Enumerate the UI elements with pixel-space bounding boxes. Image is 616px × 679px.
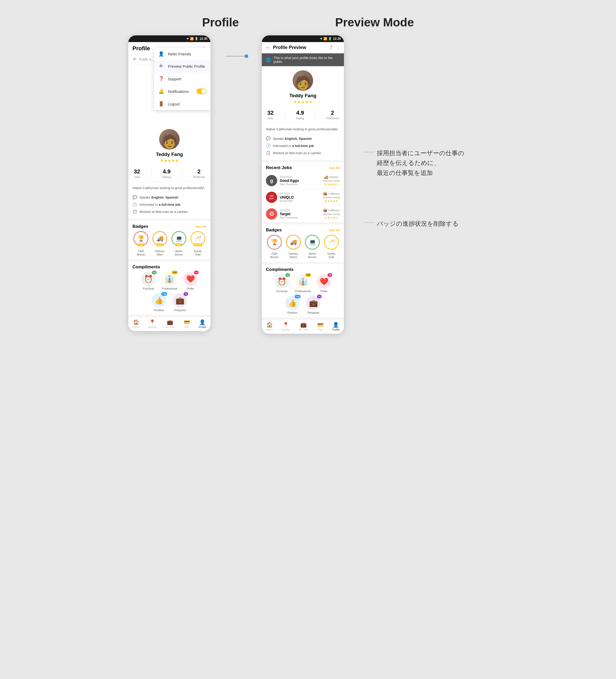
preview-nav-pay[interactable]: 💳 Pay [317, 322, 324, 331]
speaks-item: 💬 Speaks English, Spanish [132, 194, 206, 201]
compliment-positive: 👍 +16 Positive [150, 293, 168, 312]
badge-delivery: 🚚 16/25 DeliverySilver [151, 231, 168, 256]
menu-dropdown: 👤 Refer Friends 👁 Preview Public Profile… [154, 48, 211, 110]
annotation-badges: バッジの進捗状況を削除する [365, 219, 488, 229]
badge-admin: 💻 9/10 AdminBronze [171, 231, 187, 256]
preview-positive: 👍 +16 Positive [283, 296, 301, 314]
banner-text: This is what your profile looks like to … [274, 56, 340, 64]
preview-badge-fw: 🏆 F&WBronze [266, 235, 283, 259]
preview-badges-header: Badges See All [262, 224, 344, 235]
preview-user-name: Teddy Fang [289, 93, 316, 98]
recent-jobs-header: Recent Jobs See All [262, 162, 344, 172]
menu-refer-label: Refer Friends [168, 52, 191, 56]
preview-header: ← Profile Preview ⤴ ⋮ [262, 42, 344, 53]
public-banner: 🌐 This is what your profile looks like t… [262, 53, 344, 66]
right-title: Preview Mode [335, 15, 414, 29]
preview-bio-section: Native Californian looking to grow profe… [262, 123, 344, 160]
compliment-professional: 👔 +10 Professional [160, 272, 178, 290]
bottom-nav-left: 🏠 Home 📍 Nearby 💼 My Jobs 💳 Pay 👤 [128, 317, 211, 331]
bio-section: Native Californian looking to grow profe… [128, 182, 211, 219]
annotation-recentjobs: 採用担当者にユーザーの仕事の経歴を伝えるために、最近の仕事覧を追加 [365, 148, 488, 178]
job-target: ⊙ 2/3/2018 Target San Francisco 📦 Fulfil… [262, 206, 344, 222]
menu-support-label: Support [168, 77, 181, 81]
nav-myjobs[interactable]: 💼 My Jobs [165, 319, 175, 329]
preview-nav-profile[interactable]: 👤 Profile [332, 322, 340, 331]
nav-pay[interactable]: 💳 Pay [184, 319, 190, 329]
menu-preview-label: Preview Public Profile [168, 64, 205, 68]
menu-refer[interactable]: 👤 Refer Friends [154, 48, 211, 60]
preview-compliments-header: Compliments [262, 264, 344, 274]
share-icon[interactable]: ⤴ [330, 45, 332, 51]
annotation-badges-text: バッジの進捗状況を削除する [377, 219, 459, 229]
menu-logout[interactable]: 🚪 Logout [154, 98, 211, 110]
preview-punctual: ⏰ +2 Punctual [273, 274, 291, 293]
refer-icon: 👤 [158, 51, 164, 57]
nav-profile[interactable]: 👤 Profile [199, 319, 206, 329]
menu-support[interactable]: ❓ Support [154, 73, 211, 85]
job-goodeggs: g 2/15/2018 Good Eggs San Francisco 🚚 De… [262, 172, 344, 189]
stats-row: 32 Jobs 4.9 Rating 2 Preferred [128, 165, 211, 182]
back-button[interactable]: ← [266, 45, 271, 51]
jobs-see-all[interactable]: See All [329, 166, 340, 170]
public-view-label: Public V... [139, 58, 154, 61]
left-title: Profile [202, 15, 239, 29]
annotations-panel: 採用担当者にユーザーの仕事の経歴を伝えるために、最近の仕事覧を追加 バッジの進捗… [365, 35, 488, 229]
preview-nav-nearby[interactable]: 📍 Nearby [282, 322, 290, 331]
nav-home[interactable]: 🏠 Home [133, 319, 140, 329]
bell-icon: 🔔 [158, 89, 164, 94]
nav-nearby[interactable]: 📍 Nearby [148, 319, 157, 329]
preview-badge-events: 🥂 EventsGold [323, 235, 340, 259]
preview-avatar-section: 🧑 Teddy Fang ★★★★★ [262, 66, 344, 106]
job-type: a full-time job [159, 203, 180, 206]
menu-logout-label: Logout [168, 102, 180, 106]
preview-workedat: 📋 Worked at Wal-mart as a cashier [266, 149, 340, 157]
badges-see-all[interactable]: See All [195, 225, 206, 229]
preview-avatar: 🧑 [292, 70, 313, 91]
badge-events: 🥂 96/100 EventsGold [189, 231, 206, 256]
preview-nav-home[interactable]: 🏠 Home [266, 322, 273, 331]
interested-item: 🕐 Interested in a full-time job [132, 201, 206, 208]
languages: English, Spanish [151, 195, 178, 199]
compliments-section-header: Compliments [128, 261, 211, 272]
profile-phone: ▼📶🔋 12:30 Profile ⋮ 👁 Public V... 👤 Refe… [128, 35, 211, 331]
compliments-grid: ⏰ +2 Punctual 👔 +10 Professional ❤️ +8 [128, 272, 211, 315]
user-name: Teddy Fang [156, 152, 183, 157]
preview-professional: 👔 +10 Professional [294, 274, 312, 293]
status-bar-right: ▼📶🔋 12:30 [262, 35, 344, 42]
notifications-toggle[interactable] [196, 89, 206, 94]
preview-bio: Native Californian looking to grow profe… [266, 125, 340, 133]
preview-nav-myjobs[interactable]: 💼 My Jobs [299, 322, 308, 331]
preview-stars: ★★★★★ [294, 100, 313, 104]
compliment-polite: ❤️ +8 Polite [181, 272, 199, 290]
avatar: 🧑 [159, 129, 180, 150]
stars: ★★★★★ [160, 158, 179, 163]
preview-title: Profile Preview [273, 45, 327, 50]
preview-speaks: 💬 Speaks English, Spanish [266, 135, 340, 142]
preview-interested: 🕐 Interested in a full-time job [266, 142, 340, 149]
support-icon: ❓ [158, 76, 164, 82]
worked-at: Worked at Wal-mart as a cashier [140, 210, 188, 214]
preview-prepared: 💼 +9 Prepared [304, 296, 322, 314]
arrow-connector [226, 35, 246, 57]
preview-badge-delivery: 🚚 DeliverySilvery [285, 235, 302, 259]
preview-badges-see-all[interactable]: See All [329, 228, 340, 232]
compliment-prepared: 💼 +9 Prepared [171, 293, 189, 312]
bottom-nav-right: 🏠 Home 📍 Nearby 💼 My Jobs 💳 Pay 👤 [262, 319, 344, 334]
preview-polite: ❤️ +8 Polite [315, 274, 333, 293]
page-titles: Profile Preview Mode [154, 10, 462, 29]
preview-stats-row: 32 Jobs 4.9 Rating 2 Preferred [262, 106, 344, 123]
preview-phone: ▼📶🔋 12:30 ← Profile Preview ⤴ ⋮ 🌐 This i… [262, 35, 344, 334]
worked-at-item: 📋 Worked at Wal-mart as a cashier [132, 208, 206, 215]
menu-notifications-label: Notifications [168, 89, 189, 94]
logout-icon: 🚪 [158, 101, 164, 107]
job-uniqlo: UNIQLO 2/7/2018 UNIQLO Emeryville 📦 Fulf… [262, 189, 344, 206]
menu-preview[interactable]: 👁 Preview Public Profile [154, 60, 211, 73]
menu-notifications[interactable]: 🔔 Notifications [154, 85, 211, 98]
badges-section-header: Badges See All [128, 221, 211, 231]
preview-badge-admin: 💻 AdminBronze [304, 235, 321, 259]
annotation-recentjobs-text: 採用担当者にユーザーの仕事の経歴を伝えるために、最近の仕事覧を追加 [377, 148, 464, 178]
preview-compliments-grid: ⏰ +2 Punctual 👔 +10 Professional ❤️ +8 [262, 274, 344, 317]
badges-row: 🏆 1/10 F&WBronze 🚚 16/25 DeliverySilver … [128, 231, 211, 259]
more-icon[interactable]: ⋮ [336, 45, 340, 51]
bio-text: Native Californian looking to grow profe… [132, 184, 206, 192]
